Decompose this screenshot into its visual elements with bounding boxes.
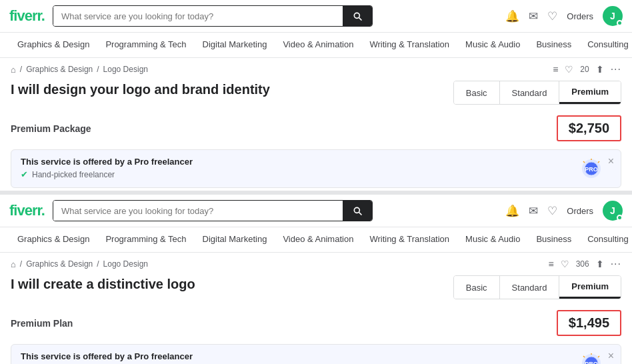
- avatar-1[interactable]: J: [603, 6, 623, 26]
- notification-icon-1[interactable]: 🔔: [505, 9, 519, 23]
- breadcrumb-row-2: ⌂ / Graphics & Design / Logo Design ≡ ♡ …: [0, 253, 632, 273]
- tab-premium-2[interactable]: Premium: [559, 276, 621, 299]
- likes-count-1: 20: [580, 65, 589, 74]
- tab-standard-2[interactable]: Standard: [500, 276, 560, 299]
- nav-item-video-2[interactable]: Video & Animation: [275, 227, 361, 252]
- search-bar-1[interactable]: [53, 5, 373, 27]
- close-button-1[interactable]: ×: [608, 155, 614, 167]
- svg-text:PRO: PRO: [585, 361, 598, 364]
- pro-badge-svg-1: PRO: [573, 157, 610, 180]
- breadcrumb-actions-1: ≡ ♡ 20 ⬆ ···: [553, 63, 621, 75]
- header-2: fiverr. 🔔 ✉ ♡ Orders J: [0, 195, 632, 227]
- tab-basic-1[interactable]: Basic: [454, 81, 500, 104]
- pricing-row-1: Premium Package $2,750: [0, 110, 632, 147]
- wishlist-icon-1[interactable]: ♡: [547, 9, 557, 23]
- search-button-2[interactable]: [343, 201, 372, 221]
- list-icon-1[interactable]: ≡: [553, 64, 558, 75]
- pro-banner-1: This service is offered by a Pro freelan…: [11, 149, 621, 188]
- search-button-1[interactable]: [343, 6, 372, 26]
- tab-premium-1[interactable]: Premium: [559, 81, 621, 104]
- avatar-2[interactable]: J: [603, 201, 623, 221]
- home-icon-1[interactable]: ⌂: [11, 65, 16, 75]
- nav-item-programming-1[interactable]: Programming & Tech: [97, 33, 194, 57]
- heart-icon-1[interactable]: ♡: [565, 64, 573, 75]
- nav-item-writing-1[interactable]: Writing & Translation: [361, 33, 457, 57]
- breadcrumb-2: ⌂ / Graphics & Design / Logo Design: [11, 259, 148, 269]
- tab-standard-1[interactable]: Standard: [500, 81, 560, 104]
- home-icon-2[interactable]: ⌂: [11, 259, 16, 269]
- search-input-1[interactable]: [53, 6, 343, 26]
- nav-item-business-2[interactable]: Business: [528, 227, 579, 252]
- tab-basic-2[interactable]: Basic: [454, 276, 500, 299]
- nav-item-consulting-2[interactable]: Consulting: [579, 227, 632, 252]
- orders-button-2[interactable]: Orders: [567, 206, 593, 216]
- svg-line-5: [598, 161, 599, 163]
- breadcrumb-cat-1[interactable]: Graphics & Design: [26, 65, 93, 74]
- package-price-1[interactable]: $2,750: [557, 115, 621, 141]
- pro-sub-1: ✔ Hand-picked freelancer: [21, 169, 565, 179]
- breadcrumb-1: ⌂ / Graphics & Design / Logo Design: [11, 65, 148, 75]
- nav-item-business-1[interactable]: Business: [528, 33, 579, 57]
- heart-icon-2[interactable]: ♡: [561, 259, 569, 269]
- logo-1[interactable]: fiverr.: [9, 7, 45, 25]
- search-icon-1: [352, 11, 363, 21]
- pro-banner-text-1: This service is offered by a Pro freelan…: [21, 157, 565, 179]
- search-bar-2[interactable]: [53, 200, 373, 221]
- nav-item-marketing-2[interactable]: Digital Marketing: [195, 227, 275, 252]
- breadcrumb-cat-2[interactable]: Graphics & Design: [26, 259, 93, 269]
- logo-2[interactable]: fiverr.: [9, 202, 45, 219]
- nav-item-marketing-1[interactable]: Digital Marketing: [195, 33, 275, 57]
- nav-1: Graphics & Design Programming & Tech Dig…: [0, 33, 632, 58]
- nav-item-music-2[interactable]: Music & Audio: [457, 227, 528, 252]
- nav-item-graphics-2[interactable]: Graphics & Design: [9, 227, 97, 252]
- nav-item-consulting-1[interactable]: Consulting: [579, 33, 632, 57]
- pro-banner-2: This service is offered by a Pro freelan…: [11, 344, 621, 364]
- message-icon-2[interactable]: ✉: [529, 204, 538, 218]
- package-label-2: Premium Plan: [11, 318, 73, 329]
- gig-title-2: I will create a distinctive logo: [11, 275, 195, 293]
- pro-title-2: This service is offered by a Pro freelan…: [21, 351, 565, 361]
- nav-item-writing-2[interactable]: Writing & Translation: [361, 227, 457, 252]
- panel-1: fiverr. 🔔 ✉ ♡ Orders J Graphics & Design…: [0, 0, 632, 188]
- package-label-1: Premium Package: [11, 123, 91, 134]
- pro-badge-svg-2: PRO: [573, 352, 610, 364]
- svg-line-3: [583, 161, 585, 163]
- svg-text:PRO: PRO: [585, 166, 598, 173]
- share-icon-2[interactable]: ⬆: [596, 259, 604, 269]
- list-icon-2[interactable]: ≡: [548, 259, 553, 269]
- nav-item-programming-2[interactable]: Programming & Tech: [97, 227, 194, 252]
- nav-item-video-1[interactable]: Video & Animation: [275, 33, 361, 57]
- more-icon-2[interactable]: ···: [611, 258, 621, 270]
- likes-count-2: 306: [576, 259, 589, 269]
- header-icons-1: 🔔 ✉ ♡ Orders J: [505, 6, 623, 26]
- package-price-2[interactable]: $1,495: [557, 310, 621, 336]
- message-icon-1[interactable]: ✉: [529, 9, 538, 23]
- wishlist-icon-2[interactable]: ♡: [547, 204, 557, 218]
- nav-item-music-1[interactable]: Music & Audio: [457, 33, 528, 57]
- pricing-tabs-1: Basic Standard Premium: [453, 81, 621, 105]
- panel-2: fiverr. 🔔 ✉ ♡ Orders J Graphics & Design…: [0, 195, 632, 364]
- avatar-status-dot-2: [617, 215, 623, 221]
- nav-item-graphics-1[interactable]: Graphics & Design: [9, 33, 97, 57]
- header-icons-2: 🔔 ✉ ♡ Orders J: [505, 201, 623, 221]
- nav-2: Graphics & Design Programming & Tech Dig…: [0, 227, 632, 253]
- breadcrumb-sub-1[interactable]: Logo Design: [103, 65, 148, 74]
- title-row-2: I will create a distinctive logo Basic S…: [0, 273, 632, 305]
- orders-button-1[interactable]: Orders: [567, 11, 593, 21]
- pricing-row-2: Premium Plan $1,495: [0, 305, 632, 341]
- share-icon-1[interactable]: ⬆: [596, 64, 604, 75]
- close-button-2[interactable]: ×: [608, 350, 614, 362]
- pro-title-1: This service is offered by a Pro freelan…: [21, 157, 565, 167]
- more-icon-1[interactable]: ···: [611, 63, 621, 75]
- svg-line-12: [598, 356, 599, 357]
- search-input-2[interactable]: [53, 201, 343, 221]
- pro-badge-2: PRO: [571, 351, 611, 364]
- title-row-1: I will design your logo and brand identi…: [0, 78, 632, 110]
- check-icon-1: ✔: [21, 169, 28, 179]
- pricing-tabs-2: Basic Standard Premium: [453, 275, 621, 299]
- breadcrumb-actions-2: ≡ ♡ 306 ⬆ ···: [548, 258, 621, 270]
- breadcrumb-row-1: ⌂ / Graphics & Design / Logo Design ≡ ♡ …: [0, 58, 632, 78]
- search-icon-2: [352, 205, 363, 216]
- notification-icon-2[interactable]: 🔔: [505, 204, 519, 218]
- breadcrumb-sub-2[interactable]: Logo Design: [103, 259, 148, 269]
